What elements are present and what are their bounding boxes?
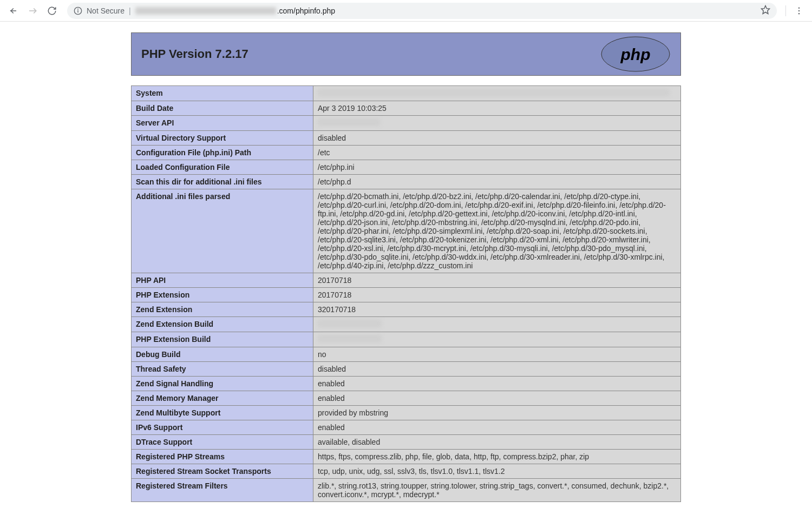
config-value: Apr 3 2019 10:03:25	[313, 101, 681, 116]
page-title: PHP Version 7.2.17	[141, 47, 248, 61]
config-value: enabled	[313, 420, 681, 435]
browser-toolbar: Not Secure | .com/phpinfo.php	[0, 0, 812, 22]
config-key: PHP Extension Build	[132, 332, 313, 347]
config-key: Zend Memory Manager	[132, 391, 313, 406]
table-row: Virtual Directory Supportdisabled	[132, 131, 681, 146]
config-value: https, ftps, compress.zlib, php, file, g…	[313, 450, 681, 464]
config-key: Registered Stream Filters	[132, 479, 313, 502]
redacted-value	[318, 89, 670, 96]
redacted-value	[318, 320, 382, 327]
reload-icon	[47, 6, 57, 16]
config-value: /etc/php.d	[313, 175, 681, 189]
config-key: Registered Stream Socket Transports	[132, 464, 313, 479]
config-value: no	[313, 347, 681, 362]
reload-button[interactable]	[43, 2, 61, 19]
config-key: Server API	[132, 116, 313, 131]
kebab-menu-icon	[794, 6, 804, 16]
table-row: DTrace Supportavailable, disabled	[132, 435, 681, 450]
separator: |	[129, 6, 131, 15]
config-value: available, disabled	[313, 435, 681, 450]
config-value: disabled	[313, 362, 681, 377]
config-value: disabled	[313, 131, 681, 146]
redacted-value	[318, 335, 382, 342]
config-key: System	[132, 86, 313, 101]
phpinfo-table: SystemBuild DateApr 3 2019 10:03:25Serve…	[131, 85, 681, 502]
config-value: /etc/php.ini	[313, 160, 681, 175]
redacted-value	[318, 118, 380, 126]
config-key: PHP Extension	[132, 288, 313, 302]
table-row: IPv6 Supportenabled	[132, 420, 681, 435]
table-row: Server API	[132, 116, 681, 131]
svg-marker-5	[762, 6, 770, 14]
table-row: Additional .ini files parsed/etc/php.d/2…	[132, 189, 681, 273]
info-icon	[74, 6, 82, 15]
config-value: enabled	[313, 391, 681, 406]
security-status: Not Secure	[87, 6, 125, 15]
config-key: Build Date	[132, 101, 313, 116]
table-row: Debug Buildno	[132, 347, 681, 362]
config-value	[313, 86, 681, 101]
back-button[interactable]	[4, 2, 22, 19]
svg-point-7	[798, 10, 800, 11]
table-row: Zend Extension320170718	[132, 302, 681, 317]
config-value: tcp, udp, unix, udg, ssl, sslv3, tls, tl…	[313, 464, 681, 479]
table-row: Loaded Configuration File/etc/php.ini	[132, 160, 681, 175]
star-icon	[761, 5, 770, 15]
svg-text:php: php	[620, 45, 651, 63]
config-key: Debug Build	[132, 347, 313, 362]
table-row: Build DateApr 3 2019 10:03:25	[132, 101, 681, 116]
config-value	[313, 317, 681, 332]
config-key: Registered PHP Streams	[132, 450, 313, 464]
config-value	[313, 332, 681, 347]
config-key: Zend Extension	[132, 302, 313, 317]
config-value: 320170718	[313, 302, 681, 317]
config-key: Thread Safety	[132, 362, 313, 377]
config-value: 20170718	[313, 273, 681, 288]
table-row: Thread Safetydisabled	[132, 362, 681, 377]
config-key: Configuration File (php.ini) Path	[132, 146, 313, 160]
table-row: Registered PHP Streamshttps, ftps, compr…	[132, 450, 681, 464]
table-row: Zend Signal Handlingenabled	[132, 377, 681, 391]
table-row: Registered Stream Socket Transportstcp, …	[132, 464, 681, 479]
config-key: PHP API	[132, 273, 313, 288]
bookmark-button[interactable]	[761, 5, 770, 16]
phpinfo-header: PHP Version 7.2.17 php	[131, 32, 681, 76]
config-key: Scan this dir for additional .ini files	[132, 175, 313, 189]
config-value	[313, 116, 681, 131]
config-key: Zend Extension Build	[132, 317, 313, 332]
table-row: Registered Stream Filterszlib.*, string.…	[132, 479, 681, 502]
svg-point-8	[798, 13, 800, 14]
table-row: Configuration File (php.ini) Path/etc	[132, 146, 681, 160]
table-row: PHP API20170718	[132, 273, 681, 288]
config-value: provided by mbstring	[313, 406, 681, 420]
table-row: Zend Extension Build	[132, 317, 681, 332]
config-value: enabled	[313, 377, 681, 391]
config-key: Virtual Directory Support	[132, 131, 313, 146]
table-row: PHP Extension Build	[132, 332, 681, 347]
url-text: .com/phpinfo.php	[135, 6, 756, 15]
config-key: Additional .ini files parsed	[132, 189, 313, 273]
config-value: /etc	[313, 146, 681, 160]
table-row: PHP Extension20170718	[132, 288, 681, 302]
php-logo-icon: php	[600, 36, 671, 72]
config-value: 20170718	[313, 288, 681, 302]
svg-point-4	[78, 9, 78, 9]
phpinfo-container: PHP Version 7.2.17 php SystemBuild DateA…	[131, 32, 681, 502]
table-row: System	[132, 86, 681, 101]
arrow-left-icon	[8, 6, 18, 16]
table-row: Zend Multibyte Supportprovided by mbstri…	[132, 406, 681, 420]
config-key: IPv6 Support	[132, 420, 313, 435]
table-row: Scan this dir for additional .ini files/…	[132, 175, 681, 189]
config-key: Loaded Configuration File	[132, 160, 313, 175]
url-suffix: .com/phpinfo.php	[277, 6, 335, 15]
browser-menu-button[interactable]	[790, 6, 808, 16]
address-bar[interactable]: Not Secure | .com/phpinfo.php	[67, 3, 777, 19]
svg-point-6	[798, 7, 800, 8]
page-content: PHP Version 7.2.17 php SystemBuild DateA…	[0, 22, 812, 508]
config-key: Zend Signal Handling	[132, 377, 313, 391]
forward-button[interactable]	[24, 2, 41, 19]
config-value: /etc/php.d/20-bcmath.ini, /etc/php.d/20-…	[313, 189, 681, 273]
config-key: Zend Multibyte Support	[132, 406, 313, 420]
redacted-host	[135, 7, 276, 15]
arrow-right-icon	[28, 6, 37, 16]
